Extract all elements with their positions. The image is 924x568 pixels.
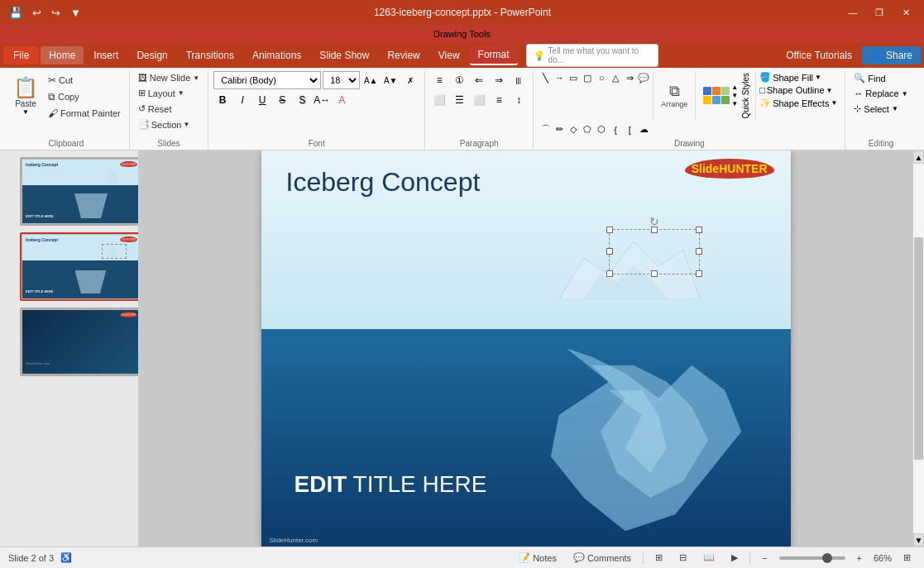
quick-styles-scroll-up[interactable]: ▲ [731, 84, 738, 91]
font-color-button[interactable]: A [333, 91, 351, 109]
shape-fill-dropdown[interactable]: ▼ [815, 74, 821, 81]
shape-rect-btn[interactable]: ▭ [567, 71, 580, 84]
handle-top-left[interactable] [606, 227, 613, 233]
menu-insert[interactable]: Insert [85, 46, 127, 64]
select-button[interactable]: ⊹ Select ▼ [850, 102, 902, 116]
menu-office-tutorials[interactable]: Office Tutorials [778, 46, 860, 64]
shape-callout-btn[interactable]: 💬 [637, 71, 650, 84]
slide-thumb-3[interactable]: 3 HUNTER SlideHunter.com [5, 308, 133, 376]
strikethrough-button[interactable]: S [273, 91, 291, 109]
zoom-out-button[interactable]: − [757, 551, 772, 565]
align-left-button[interactable]: ⬜ [430, 91, 448, 109]
font-size-select[interactable]: 18 [323, 71, 360, 89]
reset-button[interactable]: ↺ Reset [135, 102, 175, 116]
save-icon[interactable]: 💾 [7, 5, 25, 21]
columns-button[interactable]: ⫼ [510, 71, 528, 89]
menu-format[interactable]: Format [470, 45, 518, 65]
justify-button[interactable]: ≡ [490, 91, 508, 109]
quick-styles-scroll-down[interactable]: ▼ [731, 92, 738, 99]
quick-styles-more[interactable]: ▼ [731, 100, 738, 107]
cut-button[interactable]: ✂ Cut [45, 73, 124, 88]
reading-view-button[interactable]: 📖 [698, 551, 720, 565]
increase-indent-button[interactable]: ⇒ [490, 71, 508, 89]
shape-pentagon-btn[interactable]: ⬠ [581, 123, 594, 136]
format-painter-button[interactable]: 🖌 Format Painter [45, 106, 124, 121]
slide-show-button[interactable]: ▶ [726, 551, 743, 565]
replace-dropdown[interactable]: ▼ [902, 90, 908, 98]
shape-freeform-btn[interactable]: ✏ [553, 123, 566, 136]
line-spacing-button[interactable]: ↕ [510, 91, 528, 109]
shape-right-arrow-btn[interactable]: ⇒ [623, 71, 636, 84]
customize-quick-access-icon[interactable]: ▼ [68, 5, 84, 21]
slide-image-3[interactable]: HUNTER SlideHunter.com [20, 308, 139, 376]
zoom-slider[interactable] [779, 556, 845, 560]
zoom-thumb[interactable] [822, 553, 832, 563]
slide-sorter-button[interactable]: ⊟ [674, 551, 692, 565]
shadow-button[interactable]: S [293, 91, 311, 109]
fit-slide-button[interactable]: ⊞ [898, 551, 916, 565]
scroll-down-button[interactable]: ▼ [913, 533, 924, 547]
share-button[interactable]: 👤 Share [862, 46, 921, 64]
paste-button[interactable]: 📋 Paste ▼ [8, 71, 43, 121]
numbered-list-button[interactable]: ① [450, 71, 468, 89]
shape-line-btn[interactable]: ╲ [539, 71, 552, 84]
copy-button[interactable]: ⧉ Copy [45, 89, 124, 104]
menu-animations[interactable]: Animations [244, 46, 309, 64]
shape-diamond-btn[interactable]: ◇ [567, 123, 580, 136]
select-dropdown[interactable]: ▼ [892, 105, 898, 112]
menu-file[interactable]: File [3, 46, 39, 64]
replace-button[interactable]: ↔ Replace ▼ [850, 87, 911, 100]
bullets-button[interactable]: ≡ [430, 71, 448, 89]
new-slide-button[interactable]: 🖼 New Slide ▼ [135, 71, 203, 84]
scroll-track[interactable] [913, 164, 924, 533]
shape-triangle-btn[interactable]: △ [609, 71, 622, 84]
notes-button[interactable]: 📝 Notes [514, 551, 562, 565]
slide-title[interactable]: Iceberg Concept [286, 167, 481, 198]
align-right-button[interactable]: ⬜ [470, 91, 488, 109]
restore-button[interactable]: ❐ [868, 4, 891, 21]
slide-edit-text[interactable]: EDIT TITLE HERE [294, 471, 487, 498]
shape-outline-dropdown[interactable]: ▼ [826, 87, 833, 94]
right-scrollbar[interactable]: ▲ ▼ [912, 150, 924, 547]
undo-icon[interactable]: ↩ [30, 5, 44, 21]
menu-design[interactable]: Design [128, 46, 175, 64]
handle-bottom-middle[interactable] [651, 270, 658, 277]
clear-formatting-button[interactable]: ✗ [401, 71, 419, 89]
menu-slide-show[interactable]: Slide Show [311, 46, 377, 64]
font-grow-button[interactable]: A▲ [361, 71, 380, 89]
shape-round-rect-btn[interactable]: ▢ [581, 71, 594, 84]
shape-effects-dropdown[interactable]: ▼ [831, 99, 837, 107]
section-button[interactable]: 📑 Section ▼ [135, 117, 194, 131]
shape-brace-btn[interactable]: { [609, 123, 622, 136]
handle-bottom-left[interactable] [606, 270, 613, 277]
shape-effects-button[interactable]: ✨ Shape Effects ▼ [757, 97, 840, 109]
handle-top-right[interactable] [696, 227, 702, 233]
menu-view[interactable]: View [430, 46, 468, 64]
font-name-select[interactable]: Calibri (Body) [213, 71, 321, 89]
char-spacing-button[interactable]: A↔ [313, 91, 331, 109]
minimize-button[interactable]: — [841, 4, 864, 21]
paste-dropdown-icon[interactable]: ▼ [22, 108, 29, 116]
selection-box[interactable]: ↻ [609, 229, 700, 274]
comments-button[interactable]: 💬 Comments [568, 551, 636, 565]
shape-hexagon-btn[interactable]: ⬡ [595, 123, 608, 136]
redo-icon[interactable]: ↪ [49, 5, 63, 21]
menu-home[interactable]: Home [41, 46, 84, 64]
underline-button[interactable]: U [253, 91, 271, 109]
bold-button[interactable]: B [213, 91, 232, 109]
slide-thumb-2[interactable]: 2 Iceberg Concept HUNTER EDIT TITLE HERE [5, 232, 133, 301]
shape-curved-line-btn[interactable]: ⌒ [539, 123, 552, 136]
shape-cloud-btn[interactable]: ☁ [637, 123, 650, 136]
slide-image-1[interactable]: Iceberg Concept HUNTER EDIT TITLE HERE [20, 157, 139, 226]
find-button[interactable]: 🔍 Find [850, 71, 888, 85]
italic-button[interactable]: I [233, 91, 251, 109]
shape-fill-button[interactable]: 🪣 Shape Fill ▼ [757, 71, 840, 84]
scroll-up-button[interactable]: ▲ [913, 150, 924, 164]
normal-view-button[interactable]: ⊞ [650, 551, 668, 565]
handle-bottom-right[interactable] [696, 270, 702, 277]
font-shrink-button[interactable]: A▼ [381, 71, 400, 89]
menu-transitions[interactable]: Transitions [178, 46, 242, 64]
zoom-in-button[interactable]: + [852, 551, 867, 565]
shape-arrow-btn[interactable]: → [553, 71, 566, 84]
slide-image-2[interactable]: Iceberg Concept HUNTER EDIT TITLE HERE [20, 232, 139, 301]
